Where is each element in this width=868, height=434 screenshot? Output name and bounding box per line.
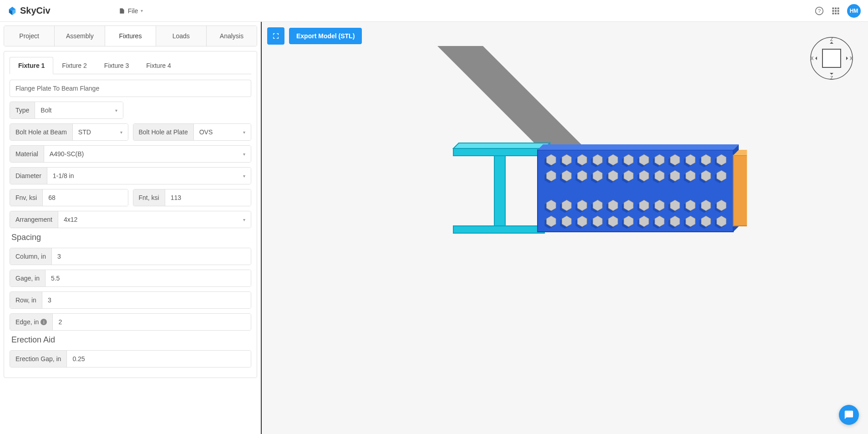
svg-rect-20: [494, 156, 505, 226]
svg-rect-3: [835, 7, 837, 9]
bolt-hole-beam-label: Bolt Hole at Beam: [10, 124, 73, 140]
file-label: File: [128, 7, 138, 15]
svg-rect-26: [733, 155, 747, 226]
svg-marker-24: [538, 144, 739, 150]
chevron-down-icon: ▾: [141, 8, 143, 13]
svg-text:X: X: [811, 56, 814, 61]
erection-gap-input[interactable]: 0.25: [67, 351, 251, 367]
fixture-card: Fixture 1 Fixture 2 Fixture 3 Fixture 4 …: [4, 51, 257, 378]
gage-input[interactable]: 5.5: [46, 270, 251, 286]
fixture-tab-3[interactable]: Fixture 3: [96, 57, 137, 74]
svg-rect-12: [822, 49, 841, 67]
fixture-tab-4[interactable]: Fixture 4: [137, 57, 179, 74]
chevron-down-icon: ▾: [243, 130, 245, 135]
tab-loads[interactable]: Loads: [156, 26, 207, 46]
gage-label: Gage, in: [10, 270, 46, 286]
svg-marker-21: [453, 143, 550, 148]
chevron-down-icon: ▾: [243, 174, 245, 179]
expand-icon: [272, 32, 279, 40]
bolt-hole-plate-label: Bolt Hole at Plate: [133, 124, 194, 140]
type-label: Type: [10, 102, 35, 118]
chevron-down-icon: ▾: [243, 217, 245, 222]
arrangement-select[interactable]: 4x12▾: [58, 211, 251, 228]
chevron-down-icon: ▾: [115, 108, 117, 113]
fnt-input[interactable]: 113: [165, 189, 251, 206]
expand-button[interactable]: [267, 27, 284, 45]
help-icon[interactable]: ?: [814, 6, 824, 16]
fixture-tabs: Fixture 1 Fixture 2 Fixture 3 Fixture 4: [10, 57, 251, 74]
fixture-tab-2[interactable]: Fixture 2: [53, 57, 95, 74]
canvas-toolbar: Export Model (STL): [267, 27, 362, 45]
chevron-down-icon: ▾: [243, 152, 245, 157]
left-panel: Project Assembly Fixtures Loads Analysis…: [0, 22, 262, 434]
tab-analysis[interactable]: Analysis: [207, 26, 257, 46]
topbar-right: ? HM: [814, 4, 861, 18]
topbar: SkyCiv File ▾ ? HM: [0, 0, 868, 22]
edge-label: Edge, ini: [10, 314, 53, 330]
row-input[interactable]: 3: [42, 292, 251, 308]
spacing-header: Spacing: [11, 233, 251, 242]
diameter-label: Diameter: [10, 168, 47, 184]
edge-input[interactable]: 2: [53, 314, 251, 330]
svg-rect-19: [453, 226, 544, 233]
type-select[interactable]: Bolt▾: [35, 102, 123, 118]
brand-logo[interactable]: SkyCiv: [7, 5, 51, 16]
chevron-down-icon: ▾: [120, 130, 122, 135]
svg-text:Z: Z: [830, 76, 833, 81]
svg-text:?: ?: [818, 8, 821, 14]
svg-rect-8: [832, 12, 834, 14]
svg-rect-6: [835, 10, 837, 12]
arrangement-label: Arrangement: [10, 211, 58, 228]
erection-header: Erection Aid: [11, 335, 251, 345]
tab-project[interactable]: Project: [4, 26, 55, 46]
brand-text: SkyCiv: [20, 5, 51, 16]
main-tabs: Project Assembly Fixtures Loads Analysis: [4, 26, 257, 46]
view-compass[interactable]: Z Z X X: [809, 36, 854, 81]
row-label-spacing: Row, in: [10, 292, 42, 308]
svg-text:X: X: [850, 56, 853, 61]
file-menu[interactable]: File ▾: [119, 7, 143, 15]
tab-assembly[interactable]: Assembly: [55, 26, 105, 46]
file-icon: [119, 8, 125, 14]
material-select[interactable]: A490-SC(B)▾: [44, 146, 251, 162]
apps-icon[interactable]: [831, 6, 841, 16]
export-model-button[interactable]: Export Model (STL): [289, 28, 362, 44]
fnv-input[interactable]: 68: [43, 189, 127, 206]
chat-button[interactable]: [839, 405, 859, 425]
viewport-3d[interactable]: Export Model (STL) Z Z X X: [262, 22, 868, 434]
svg-text:Z: Z: [830, 37, 833, 42]
svg-rect-10: [838, 12, 839, 14]
fixture-tab-1[interactable]: Fixture 1: [10, 57, 53, 74]
bolt-hole-beam-select[interactable]: STD▾: [73, 124, 128, 140]
svg-rect-5: [832, 10, 834, 12]
erection-gap-label: Erection Gap, in: [10, 351, 67, 367]
tab-fixtures[interactable]: Fixtures: [105, 26, 156, 46]
svg-rect-4: [838, 7, 839, 9]
fnv-label: Fnv, ksi: [10, 189, 43, 206]
svg-rect-18: [453, 148, 544, 156]
svg-rect-2: [832, 7, 834, 9]
diameter-select[interactable]: 1-1/8 in▾: [47, 168, 251, 184]
svg-rect-7: [838, 10, 839, 12]
fixture-name-input[interactable]: [10, 80, 251, 97]
column-label: Column, in: [10, 248, 52, 265]
user-avatar[interactable]: HM: [847, 4, 861, 18]
logo-icon: [7, 6, 17, 16]
topbar-left: SkyCiv File ▾: [7, 5, 143, 16]
info-icon[interactable]: i: [41, 319, 47, 325]
main: Project Assembly Fixtures Loads Analysis…: [0, 22, 868, 434]
bolt-hole-plate-select[interactable]: OVS▾: [194, 124, 251, 140]
fnt-label: Fnt, ksi: [133, 189, 165, 206]
column-input[interactable]: 3: [52, 248, 251, 265]
material-label: Material: [10, 146, 44, 162]
svg-rect-9: [835, 12, 837, 14]
chat-icon: [844, 410, 854, 420]
model-render: [383, 46, 747, 274]
